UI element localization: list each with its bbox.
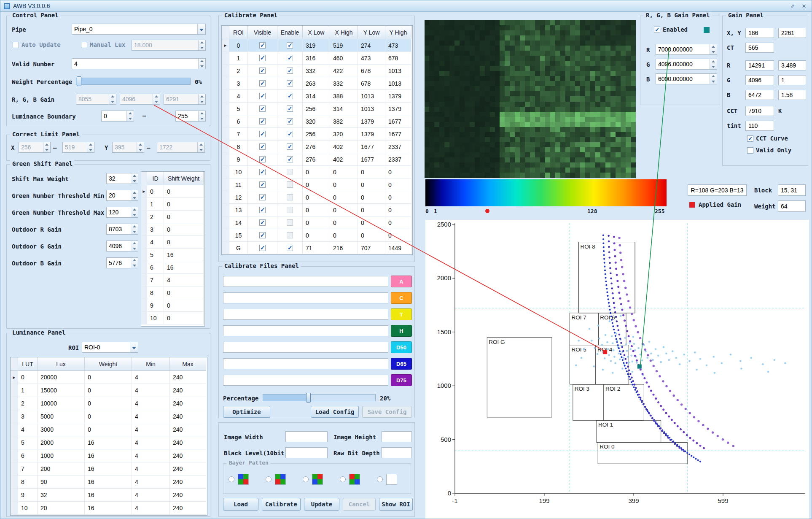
- cell-checkbox[interactable]: [287, 232, 293, 238]
- color-scale-bar[interactable]: [425, 179, 667, 206]
- spin-buttons[interactable]: [131, 190, 138, 200]
- spin-buttons[interactable]: [131, 224, 138, 234]
- table-row[interactable]: 1020164240: [11, 502, 207, 515]
- raw-image-preview[interactable]: [425, 20, 636, 178]
- table-row[interactable]: ►00: [141, 185, 204, 198]
- b-gain-spinbox[interactable]: 6000.000000: [656, 73, 717, 84]
- table-row[interactable]: 4300004240: [11, 423, 207, 436]
- table-row[interactable]: 130000: [222, 204, 412, 216]
- valid-only-checkbox[interactable]: Valid Only: [747, 147, 791, 154]
- file-path-input[interactable]: [223, 342, 388, 353]
- cell-checkbox[interactable]: [259, 232, 266, 238]
- table-row[interactable]: 80: [141, 287, 204, 299]
- lum-max-input[interactable]: 255: [175, 111, 206, 122]
- cell-checkbox[interactable]: [259, 181, 266, 188]
- table-row[interactable]: 616: [141, 261, 204, 274]
- table-row[interactable]: G712167071449: [222, 242, 412, 254]
- raw-bit-depth-input[interactable]: [382, 447, 412, 458]
- show-roi-button[interactable]: Show ROI: [379, 498, 413, 511]
- bayer-swatch[interactable]: [275, 474, 286, 485]
- file-path-input[interactable]: [223, 325, 388, 336]
- bayer-radio[interactable]: [340, 476, 346, 482]
- table-row[interactable]: 100: [141, 312, 204, 324]
- table-row[interactable]: 1316460473678: [222, 52, 412, 65]
- optimize-button[interactable]: Optimize: [223, 406, 270, 418]
- cell-checkbox[interactable]: [287, 55, 293, 61]
- table-row[interactable]: 3500004240: [11, 410, 207, 423]
- cell-checkbox[interactable]: [259, 80, 266, 86]
- bayer-swatch[interactable]: [312, 474, 323, 485]
- table-row[interactable]: 11500004240: [11, 384, 207, 397]
- table-row[interactable]: 23324226781013: [222, 65, 412, 77]
- cell-checkbox[interactable]: [287, 68, 293, 74]
- green-shift-spinner[interactable]: 32: [106, 173, 138, 184]
- gain-value[interactable]: 2261: [778, 28, 806, 38]
- cell-checkbox[interactable]: [287, 143, 293, 150]
- percentage-slider[interactable]: [263, 394, 376, 401]
- slider-thumb[interactable]: [306, 393, 311, 403]
- r-gain-input[interactable]: 8055: [76, 94, 116, 105]
- roi-select[interactable]: ROI-0: [82, 342, 138, 353]
- bayer-swatch[interactable]: [238, 474, 249, 485]
- spin-buttons[interactable]: [87, 142, 94, 152]
- cell-checkbox[interactable]: [259, 55, 266, 61]
- spin-buttons[interactable]: [198, 40, 205, 50]
- cell-checkbox[interactable]: [259, 169, 266, 175]
- weight-percentage-slider[interactable]: [76, 78, 191, 85]
- spin-buttons[interactable]: [131, 207, 138, 217]
- cell-checkbox[interactable]: [259, 105, 266, 112]
- file-path-input[interactable]: [223, 358, 388, 369]
- table-row[interactable]: 932164240: [11, 489, 207, 502]
- table-row[interactable]: 890164240: [11, 476, 207, 489]
- gain-value[interactable]: 4096: [745, 75, 774, 85]
- table-row[interactable]: 150000: [222, 229, 412, 242]
- green-shift-spinner[interactable]: 20: [106, 190, 138, 201]
- green-shift-spinner[interactable]: 8703: [106, 224, 138, 235]
- cell-checkbox[interactable]: [287, 169, 293, 175]
- cell-checkbox[interactable]: [287, 219, 293, 226]
- illuminant-color-button[interactable]: D65: [391, 358, 412, 370]
- table-row[interactable]: 431438810131379: [222, 90, 412, 103]
- cell-checkbox[interactable]: [287, 131, 293, 137]
- x-max-input[interactable]: 519: [62, 142, 94, 153]
- gain-value[interactable]: 565: [745, 43, 774, 53]
- illuminant-color-button[interactable]: C: [391, 292, 412, 304]
- table-row[interactable]: 516: [141, 249, 204, 261]
- table-row[interactable]: 525631410131379: [222, 103, 412, 115]
- table-row[interactable]: 21000004240: [11, 397, 207, 410]
- cell-checkbox[interactable]: [259, 156, 266, 162]
- table-row[interactable]: 120000: [222, 191, 412, 204]
- spin-buttons[interactable]: [710, 74, 717, 84]
- table-row[interactable]: ►0319519274473: [222, 39, 412, 52]
- table-row[interactable]: 827640216772337: [222, 141, 412, 153]
- bayer-radio[interactable]: [303, 476, 309, 482]
- file-path-input[interactable]: [223, 276, 388, 287]
- cell-checkbox[interactable]: [287, 105, 293, 112]
- cct-curve-checkbox[interactable]: CCT Curve: [747, 135, 788, 142]
- cell-checkbox[interactable]: [287, 118, 293, 124]
- cell-checkbox[interactable]: [259, 245, 266, 251]
- cell-checkbox[interactable]: [259, 194, 266, 200]
- spin-buttons[interactable]: [131, 173, 138, 184]
- bayer-radio[interactable]: [377, 476, 383, 482]
- black-level-input[interactable]: [285, 447, 328, 458]
- table-row[interactable]: 10: [141, 198, 204, 211]
- spin-buttons[interactable]: [197, 142, 204, 152]
- gain-value[interactable]: 14291: [745, 60, 774, 70]
- table-row[interactable]: 100000: [222, 166, 412, 178]
- spin-buttons[interactable]: [137, 142, 144, 152]
- bayer-radio[interactable]: [229, 476, 234, 482]
- cell-checkbox[interactable]: [259, 219, 266, 226]
- cell-checkbox[interactable]: [287, 42, 293, 49]
- table-row[interactable]: 90: [141, 299, 204, 312]
- table-row[interactable]: ►02000004240: [11, 371, 207, 384]
- bayer-swatch[interactable]: [349, 474, 360, 485]
- save-config-button[interactable]: Save Config: [362, 406, 412, 418]
- lum-min-input[interactable]: 0: [101, 111, 134, 122]
- table-row[interactable]: 61000164240: [11, 449, 207, 462]
- cell-checkbox[interactable]: [287, 156, 293, 162]
- cell-checkbox[interactable]: [259, 68, 266, 74]
- cancel-button[interactable]: Cancel: [343, 498, 376, 511]
- image-width-input[interactable]: [285, 431, 328, 442]
- spin-buttons[interactable]: [198, 59, 205, 69]
